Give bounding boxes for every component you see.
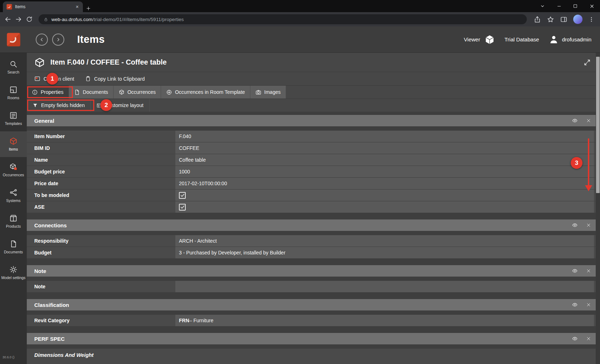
page-title: Items <box>77 34 105 45</box>
sidebar-item-rooms[interactable]: Rooms <box>0 80 27 106</box>
field-value[interactable]: COFFEE <box>175 142 594 154</box>
section-general: General Item Number F.040 BIM ID COFFEE … <box>27 115 600 213</box>
section-note: Note Note <box>27 265 600 293</box>
url-domain: web-au.drofus.com <box>51 17 92 22</box>
field-row-to-be-modeled: To be modeled <box>27 189 600 201</box>
sidebar-item-model-settings[interactable]: Model settings <box>0 260 27 285</box>
close-window-button[interactable] <box>584 0 600 12</box>
sidebar-item-items[interactable]: Items <box>0 131 27 157</box>
section-perf-spec: PERF SPEC Dimensions And Weight <box>27 333 600 364</box>
close-section-icon[interactable] <box>586 223 591 228</box>
eye-icon[interactable] <box>571 268 579 274</box>
sidebar-item-systems[interactable]: Systems <box>0 183 27 208</box>
field-value[interactable] <box>175 189 594 201</box>
field-value[interactable]: 3 - Purchased by Developer, installed by… <box>175 247 594 258</box>
section-header: Classification <box>27 299 600 310</box>
field-value[interactable]: ARCH - Architect <box>175 235 594 247</box>
checkbox-to-be-modeled[interactable] <box>179 192 186 199</box>
customize-layout-button[interactable]: Customize layout <box>91 99 149 112</box>
tab-label: Occurrences <box>128 89 156 95</box>
viewer-menu[interactable]: Viewer <box>464 36 480 42</box>
cube-icon <box>119 89 125 95</box>
tab-documents[interactable]: Documents <box>69 86 114 98</box>
field-value[interactable]: 1000 <box>175 166 594 177</box>
browser-menu-icon[interactable] <box>588 16 595 23</box>
sidebar-item-label: Templates <box>5 121 22 126</box>
app-header: Items Viewer Trial Database drofusadmin <box>0 26 600 53</box>
eye-icon[interactable] <box>571 302 579 308</box>
app-back-button[interactable] <box>36 34 48 46</box>
screen: Items ✕ web-au.drofus.com/trial-demo/01/… <box>0 0 600 364</box>
username[interactable]: drofusadmin <box>562 36 591 42</box>
field-value[interactable] <box>175 281 594 292</box>
drofus-logo[interactable] <box>6 32 21 47</box>
field-value[interactable]: Coffee table <box>175 154 594 166</box>
chevron-left-icon <box>39 36 45 43</box>
item-title: Item F.040 / COFFEE - Coffee table <box>50 58 167 66</box>
field-value[interactable]: F.040 <box>175 131 594 142</box>
app-forward-button[interactable] <box>52 34 64 46</box>
bookmark-star-icon[interactable] <box>547 16 554 23</box>
user-icon[interactable] <box>549 35 559 44</box>
drofus-favicon-icon <box>6 4 12 10</box>
reload-button[interactable] <box>25 15 34 24</box>
back-button[interactable] <box>4 15 12 24</box>
eye-icon[interactable] <box>571 336 579 342</box>
close-section-icon[interactable] <box>586 118 591 123</box>
fullscreen-icon[interactable] <box>583 59 591 66</box>
tab-close-icon[interactable]: ✕ <box>74 4 80 10</box>
copy-link-icon <box>85 76 91 82</box>
close-section-icon[interactable] <box>586 302 591 307</box>
address-bar[interactable]: web-au.drofus.com/trial-demo/01/#/items/… <box>39 14 527 24</box>
occurrences-icon <box>9 163 18 171</box>
sidebar-item-templates[interactable]: Templates <box>0 106 27 131</box>
profile-avatar[interactable] <box>573 15 582 24</box>
annotation-step-3: 3 <box>571 157 582 169</box>
field-row-price-date: Price date 2017-02-10T00:00:00 <box>27 178 600 189</box>
forward-button[interactable] <box>14 15 23 24</box>
scrollbar-thumb[interactable] <box>596 57 600 193</box>
sidebar-item-products[interactable]: Products <box>0 208 27 234</box>
share-icon[interactable] <box>534 16 541 23</box>
field-value[interactable] <box>175 201 594 213</box>
close-section-icon[interactable] <box>586 336 591 341</box>
sidebar-item-search[interactable]: Search <box>0 54 27 80</box>
section-header: Connections <box>27 219 600 231</box>
field-value[interactable]: 2017-02-10T00:00:00 <box>175 178 594 189</box>
field-value[interactable]: FRN – Furniture <box>175 315 594 326</box>
tab-occurrences[interactable]: Occurrences <box>114 86 161 98</box>
database-name[interactable]: Trial Database <box>504 36 539 42</box>
sidebar-item-label: Items <box>9 147 18 151</box>
sidebar-item-label: Systems <box>6 198 20 203</box>
section-classification: Classification Revit Category FRN – Furn… <box>27 299 600 327</box>
field-label: Price date <box>27 181 175 186</box>
minimize-button[interactable] <box>551 0 567 12</box>
tab-images[interactable]: Images <box>250 86 286 98</box>
tab-search-chevron-icon[interactable] <box>534 0 551 12</box>
scrollbar-track[interactable] <box>596 53 600 364</box>
viewer-cube-icon[interactable] <box>484 34 495 45</box>
actions-row: Open in client Copy Link to Clipboard <box>27 72 600 86</box>
field-row-name: Name Coffee table <box>27 154 600 166</box>
side-panel-icon[interactable] <box>560 16 568 23</box>
sidebar-item-documents[interactable]: Documents <box>0 234 27 260</box>
close-section-icon[interactable] <box>586 268 591 273</box>
sidebar-item-occurrences[interactable]: Occurrences <box>0 157 27 183</box>
eye-icon[interactable] <box>571 222 579 228</box>
search-icon <box>9 60 18 68</box>
eye-icon[interactable] <box>571 118 579 123</box>
systems-icon <box>9 188 18 197</box>
tab-occurrences-in-room-template[interactable]: Occurrences in Room Template <box>161 86 250 98</box>
sidebar-item-label: Rooms <box>8 96 19 100</box>
templates-icon <box>9 111 18 120</box>
sidebar: Search Rooms Templates Items Occurrences… <box>0 53 27 364</box>
new-tab-button[interactable] <box>86 6 91 11</box>
copy-link-to-clipboard-button[interactable]: Copy Link to Clipboard <box>85 76 145 82</box>
maximize-button[interactable] <box>567 0 584 12</box>
checkbox-ase[interactable] <box>179 204 186 211</box>
section-icons <box>571 268 591 274</box>
annotation-box-empty-fields <box>27 100 94 111</box>
section-icons <box>571 336 591 342</box>
rooms-icon <box>9 86 18 94</box>
browser-tab[interactable]: Items ✕ <box>3 1 83 12</box>
